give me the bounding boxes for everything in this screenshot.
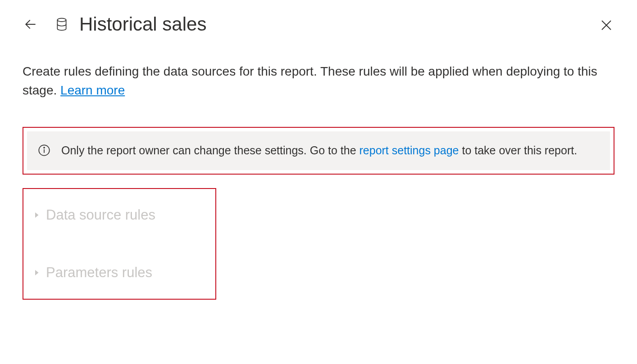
info-text-before: Only the report owner can change these s… [61,144,359,157]
page-title: Historical sales [79,13,206,35]
svg-point-1 [57,18,66,22]
info-text: Only the report owner can change these s… [61,142,577,159]
data-source-rules-section: Data source rules [32,200,206,230]
info-icon [38,144,50,157]
info-banner: Only the report owner can change these s… [27,131,610,170]
chevron-right-icon [32,211,41,219]
report-settings-link[interactable]: report settings page [359,144,459,157]
description-text: Create rules defining the data sources f… [23,62,608,100]
learn-more-link[interactable]: Learn more [60,83,125,97]
arrow-left-icon [23,17,38,31]
parameters-rules-section: Parameters rules [32,257,206,288]
close-icon [600,18,613,32]
page-header: Historical sales [23,13,614,35]
data-source-rules-label: Data source rules [46,207,155,223]
parameters-rules-label: Parameters rules [46,265,152,281]
back-button[interactable] [23,16,39,32]
info-banner-highlight: Only the report owner can change these s… [23,127,614,175]
svg-point-6 [44,147,45,148]
dataset-icon [55,18,68,31]
info-text-after: to take over this report. [459,144,577,157]
close-button[interactable] [598,17,614,33]
rules-sections-highlight: Data source rules Parameters rules [23,188,216,300]
svg-marker-7 [35,212,39,218]
chevron-right-icon [32,269,41,277]
svg-marker-8 [35,270,39,275]
